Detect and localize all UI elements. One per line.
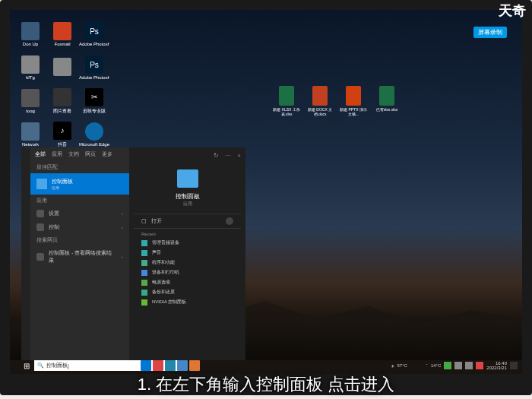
- recent-item[interactable]: 备份和还原: [134, 287, 241, 297]
- screen-record-badge: 屏幕录制: [473, 27, 507, 38]
- taskbar-app[interactable]: [165, 360, 176, 371]
- open-icon: ▢: [141, 218, 147, 224]
- desktop-icon-jianying[interactable]: ✂剪映专业版: [78, 84, 110, 118]
- video-watermark: 天奇: [499, 2, 526, 20]
- start-search-panel: 全部 应用 文档 网页 更多 最佳匹配 控制面板 应用 应用: [21, 147, 245, 360]
- desktop-icon-photoshop[interactable]: PsAdobe Photosh...: [78, 17, 110, 51]
- preview-sub: 应用: [183, 201, 192, 207]
- clock[interactable]: 16:40 2022/3/21: [486, 361, 507, 370]
- weather-widget[interactable]: ☀ 57°C: [391, 363, 407, 369]
- desktop-icon-tiktok[interactable]: ♪抖音: [46, 118, 78, 151]
- preview-block: 控制面板 应用: [134, 159, 241, 214]
- web-section-label: 搜索网页: [30, 234, 129, 246]
- tab-apps[interactable]: 应用: [52, 150, 62, 158]
- search-icon: 🔍: [37, 363, 44, 369]
- desktop-center-files: 新建 XLSX 工作表.xlsx 新建 DOCX 文档.docx 新建 PPTX…: [272, 86, 401, 116]
- best-match-result[interactable]: 控制面板 应用: [30, 173, 129, 195]
- taskbar-app[interactable]: [189, 360, 200, 371]
- more-icon[interactable]: ⋯: [225, 152, 231, 159]
- refresh-icon[interactable]: ↻: [214, 152, 219, 159]
- taskbar-app[interactable]: [177, 360, 188, 371]
- chevron-right-icon: ›: [122, 211, 123, 216]
- chevron-right-icon: ›: [122, 255, 123, 259]
- tab-docs[interactable]: 文档: [68, 150, 79, 158]
- apps-section-label: 应用: [30, 195, 129, 207]
- search-results-left: 全部 应用 文档 网页 更多 最佳匹配 控制面板 应用 应用: [30, 147, 129, 360]
- tray-wifi-icon[interactable]: [454, 362, 462, 369]
- notification-icon[interactable]: [510, 362, 518, 369]
- monitor-bezel: 屏幕录制 Don Up Foxmail PsAdobe Photosh... k…: [0, 0, 532, 395]
- tray-volume-icon[interactable]: [465, 362, 473, 369]
- search-filter-tabs: 全部 应用 文档 网页 更多: [30, 147, 129, 161]
- best-match-label: 最佳匹配: [30, 161, 129, 173]
- tab-more[interactable]: 更多: [102, 150, 112, 158]
- desktop-icon-photoshop[interactable]: PsAdobe Photosh...: [78, 51, 110, 84]
- file-xlsx[interactable]: 新建 XLSX 工作表.xlsx: [272, 86, 301, 116]
- chevron-up-icon[interactable]: ˄: [426, 363, 428, 369]
- panel-top-icons: ↻ ⋯ ×: [134, 152, 241, 159]
- tutorial-caption: 1. 在左下角输入控制面板 点击进入: [0, 370, 532, 399]
- tray-icon[interactable]: [444, 362, 451, 369]
- desktop-icon[interactable]: kfTg: [14, 51, 46, 84]
- control-panel-icon: [36, 179, 47, 189]
- best-match-title: 控制面板: [52, 178, 73, 185]
- desktop-screen: 屏幕录制 Don Up Foxmail PsAdobe Photosh... k…: [10, 10, 522, 374]
- recent-item[interactable]: 程序和功能: [134, 258, 241, 268]
- result-control[interactable]: 控制 ›: [30, 220, 129, 234]
- recent-label: Recent: [134, 229, 241, 238]
- chevron-right-icon: ›: [122, 225, 123, 230]
- result-web-search[interactable]: 控制面板 - 查看网络搜索结果 ›: [30, 246, 129, 268]
- desktop-icon[interactable]: Don Up: [14, 17, 46, 51]
- recent-item[interactable]: 电源选项: [134, 277, 241, 287]
- gear-icon: [36, 210, 44, 217]
- desktop-icon[interactable]: 图片查看: [46, 84, 78, 118]
- recent-item[interactable]: 管理音频设备: [134, 238, 241, 248]
- pin-icon[interactable]: [226, 217, 233, 225]
- app-icon: [36, 223, 44, 231]
- desktop-icon[interactable]: toog: [14, 84, 46, 118]
- desktop-icon[interactable]: [46, 51, 78, 84]
- recent-item[interactable]: 设备和打印机: [134, 268, 241, 277]
- search-preview-panel: ↻ ⋯ × 控制面板 应用 ▢ 打开 Recent 管理音频设备 声音 程序和功…: [129, 147, 245, 360]
- control-panel-large-icon: [177, 169, 198, 188]
- close-icon[interactable]: ×: [237, 152, 241, 159]
- tray-icon[interactable]: [476, 362, 483, 369]
- recent-item[interactable]: NVIDIA 控制面板: [134, 297, 241, 307]
- taskbar-app[interactable]: [141, 360, 151, 371]
- open-action[interactable]: ▢ 打开: [134, 214, 241, 229]
- desktop-icons-grid: Don Up Foxmail PsAdobe Photosh... kfTg P…: [14, 17, 110, 151]
- preview-title: 控制面板: [176, 192, 200, 201]
- file-xlsx-existing[interactable]: 已有xlsx.xlsx: [372, 86, 401, 116]
- start-rail: [21, 147, 30, 360]
- taskbar-app[interactable]: [153, 360, 163, 371]
- recent-item[interactable]: 声音: [134, 248, 241, 258]
- desktop-icon-network[interactable]: Network: [14, 118, 46, 151]
- file-pptx[interactable]: 新建 PPTX 演示文稿...: [339, 86, 368, 116]
- desktop-icon-edge[interactable]: Microsoft Edge: [78, 118, 110, 151]
- desktop-icon[interactable]: Foxmail: [46, 17, 78, 51]
- search-icon: [36, 253, 44, 261]
- tab-all[interactable]: 全部: [35, 150, 46, 158]
- temp2: 14°C: [431, 363, 441, 368]
- best-match-sub: 应用: [52, 185, 73, 190]
- file-docx[interactable]: 新建 DOCX 文档.docx: [306, 86, 334, 116]
- result-settings[interactable]: 设置 ›: [30, 207, 129, 220]
- tab-web[interactable]: 网页: [85, 150, 96, 158]
- weather-icon: ☀: [391, 363, 394, 369]
